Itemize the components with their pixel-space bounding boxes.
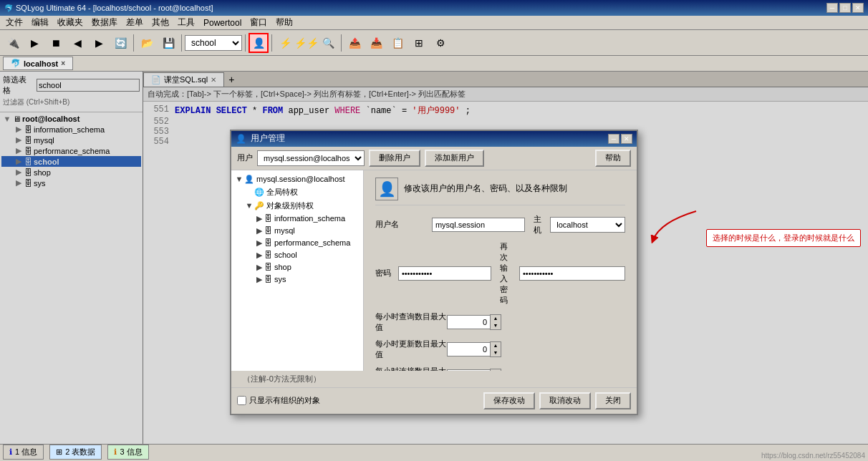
spinner-up[interactable]: ▲ [491,342,501,349]
tree-expand-icon: ▶ [254,214,264,223]
status-tab-1[interactable]: ℹ 1 信息 [3,445,44,460]
tree-db-school[interactable]: ▶ 🗄 school [233,249,362,261]
spinner-up[interactable]: ▲ [491,315,501,322]
tree-obj-privs[interactable]: ▼ 🔑 对象级别特权 [233,199,362,213]
limit3-input[interactable] [447,369,490,371]
limit2-spinner: ▲ ▼ [447,341,501,357]
info-icon-1: ℹ [9,447,12,457]
minimize-button[interactable]: ─ [826,3,838,13]
modal-minimize[interactable]: ─ [608,134,619,144]
limit2-input[interactable] [447,342,490,356]
execute-all-button[interactable]: ⚡⚡ [296,33,317,53]
show-objects-checkbox[interactable] [237,396,246,405]
title-bar-buttons: ─ □ ✕ [826,3,864,13]
tree-db-mysql[interactable]: ▶ 🗄 mysql [233,225,362,237]
explain-button[interactable]: 🔍 [318,33,338,53]
export-button[interactable]: 📤 [344,33,365,53]
new-query-button[interactable]: ▶ [24,33,44,53]
menu-file[interactable]: 文件 [1,15,27,30]
toolbar-sep-1 [133,34,134,52]
grid-button[interactable]: ⊞ [409,33,429,53]
confirm-input[interactable] [519,266,625,281]
tree-global-privs[interactable]: 🌐 全局特权 [233,185,362,199]
limit3-row: 每小时连接数目最大值 ▲ ▼ [375,366,625,371]
tree-item-label: school [274,251,297,259]
spinner-down[interactable]: ▼ [491,349,501,356]
limit3-label: 每小时连接数目最大值 [375,366,447,371]
password-input[interactable] [398,266,491,281]
status-tab-1-label: 1 信息 [15,447,37,457]
menu-other[interactable]: 其他 [148,15,173,30]
connection-tab-bar: 🐬 localhost × [0,56,868,72]
new-connection-button[interactable]: 🔌 [3,33,23,53]
connection-tab-localhost[interactable]: 🐬 localhost × [3,57,73,70]
menu-database[interactable]: 数据库 [87,15,122,30]
tree-db-info-schema[interactable]: ▶ 🗄 information_schema [233,213,362,225]
username-row: 用户名 主机 localhost [375,214,625,236]
menu-window[interactable]: 窗口 [246,15,271,30]
forward-button[interactable]: ▶ [89,33,109,53]
modal-close[interactable]: ✕ [621,134,632,144]
password-label: 密码 [375,268,398,278]
menu-tools[interactable]: 工具 [173,15,199,30]
open-file-button[interactable]: 📂 [137,33,157,53]
spinner-up[interactable]: ▲ [491,369,501,371]
limit2-label: 每小时更新数目最大值 [375,339,447,360]
settings-button[interactable]: ⚙ [430,33,450,53]
form-header-icon: 👤 [375,178,398,200]
note-text: （注解-0方法无限制） [243,374,321,383]
stop-button[interactable]: ⏹ [46,33,66,53]
add-user-button[interactable]: 添加新用户 [425,150,484,167]
spinner-buttons: ▲ ▼ [490,341,501,357]
user-manager-modal: 👤 用户管理 ─ ✕ 用户 mysql.session@localhost 删除… [230,130,638,415]
tree-item-label: information_schema [274,214,345,223]
copy-button[interactable]: 📋 [387,33,408,53]
delete-user-button[interactable]: 删除用户 [369,150,420,167]
status-tab-3[interactable]: ℹ 3 信息 [107,445,148,460]
tree-db-shop[interactable]: ▶ 🗄 shop [233,261,362,273]
obj-icon: 🔑 [254,201,264,210]
close-modal-button[interactable]: 关闭 [595,392,631,409]
tree-root-label: mysql.session@localhost [256,175,345,183]
modal-toolbar: 用户 mysql.session@localhost 删除用户 添加新用户 帮助 [231,147,637,170]
maximize-button[interactable]: □ [839,3,851,13]
tree-item-label: 全局特权 [266,187,298,198]
show-objects-label[interactable]: 只显示有组织的对象 [237,395,320,406]
tree-db-performance[interactable]: ▶ 🗄 performance_schema [233,237,362,249]
limit1-input[interactable] [447,315,490,329]
modal-user-icon: 👤 [236,134,246,144]
conn-tab-close[interactable]: × [61,59,65,67]
username-input[interactable] [432,218,525,232]
tree-db-sys[interactable]: ▶ 🗄 sys [233,273,362,286]
menu-help[interactable]: 帮助 [271,15,297,30]
spinner-down[interactable]: ▼ [491,322,501,329]
menu-edit[interactable]: 编辑 [27,15,53,30]
database-selector[interactable]: school [185,35,242,51]
help-button[interactable]: 帮助 [595,150,631,167]
tree-user-root[interactable]: ▼ 👤 mysql.session@localhost [233,173,362,185]
limit1-spinner: ▲ ▼ [447,314,501,330]
toolbar-sep-3 [245,34,246,52]
title-bar-text: SQLyog Ultimate 64 - [localhost/school -… [16,4,213,12]
refresh-button[interactable]: 🔄 [110,33,130,53]
user-icon: 👤 [244,175,254,184]
menu-diff[interactable]: 差单 [122,15,148,30]
form-header: 👤 修改该用户的用户名、密码、以及各种限制 [375,178,625,205]
status-tab-2[interactable]: ⊞ 2 表数据 [49,445,102,460]
user-manager-button[interactable]: 👤 [249,33,269,53]
close-button[interactable]: ✕ [852,3,864,13]
save-button[interactable]: 💾 [158,33,178,53]
cancel-changes-button[interactable]: 取消改动 [539,392,591,409]
modal-body: ▼ 👤 mysql.session@localhost 🌐 全局特权 ▼ 🔑 对… [231,170,637,371]
user-selector[interactable]: mysql.session@localhost [257,150,365,166]
import-button[interactable]: 📥 [366,33,386,53]
tree-expand-icon: ▼ [234,175,244,183]
spinner-buttons: ▲ ▼ [490,314,501,330]
menu-powertool[interactable]: Powertool [199,16,246,29]
db-icon: 🗄 [264,263,272,271]
menu-favorites[interactable]: 收藏夹 [53,15,87,30]
back-button[interactable]: ◀ [67,33,87,53]
execute-button[interactable]: ⚡ [275,33,295,53]
save-changes-button[interactable]: 保存改动 [483,392,535,409]
host-selector[interactable]: localhost [550,217,625,233]
